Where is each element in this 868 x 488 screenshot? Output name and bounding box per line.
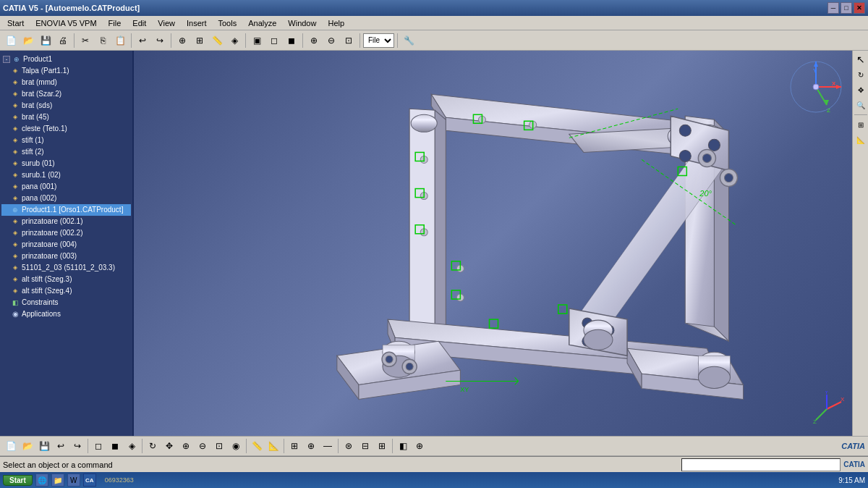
tb-paste[interactable]: 📋 xyxy=(112,33,128,49)
menu-analyze[interactable]: Analyze xyxy=(242,17,282,29)
tree-item-surub02[interactable]: ◈ surub.1 (02) xyxy=(1,169,131,181)
tree-item-brat-szar[interactable]: ◈ brat (Szar.2) xyxy=(1,88,131,100)
menu-view[interactable]: View xyxy=(152,17,181,29)
tree-item-brat-45[interactable]: ◈ brat (45) xyxy=(1,112,131,123)
3d-viewport[interactable]: 20° XY xyxy=(134,51,852,436)
tree-item-brat-mmd[interactable]: ◈ brat (mmd) xyxy=(1,77,131,88)
rt-select[interactable]: ↖ xyxy=(854,52,868,67)
bt-assemble[interactable]: ⊛ xyxy=(341,438,357,454)
tb-wire[interactable]: ◻ xyxy=(266,33,282,49)
bt-section[interactable]: ◧ xyxy=(395,438,411,454)
bt-snap-ln[interactable]: — xyxy=(320,438,336,454)
tree-item-surub01[interactable]: ◈ surub (01) xyxy=(1,158,131,169)
bt-open[interactable]: 📂 xyxy=(20,438,35,454)
bt-move[interactable]: ⊟ xyxy=(357,438,373,454)
tree-item-product1[interactable]: - ⊕ Product1 xyxy=(1,54,131,65)
tree-item-51101[interactable]: ◈ 51101_2_03 (51101_2_03.3) xyxy=(1,262,131,274)
bt-fix[interactable]: ⊞ xyxy=(374,438,390,454)
rt-pan[interactable]: ✥ xyxy=(854,83,868,97)
tree-item-stift2[interactable]: ◈ stift (2) xyxy=(1,146,131,158)
rt-snap[interactable]: ⊞ xyxy=(854,117,868,132)
taskbar-word[interactable]: W xyxy=(67,474,80,487)
bt-zoom-in[interactable]: ⊕ xyxy=(178,438,194,454)
bt-undo[interactable]: ↩ xyxy=(53,438,69,454)
bt-new[interactable]: 📄 xyxy=(3,438,19,454)
menu-enovia[interactable]: ENOVIA V5 VPM xyxy=(30,17,102,29)
sep2 xyxy=(131,33,132,48)
tree-item-applications[interactable]: ◉ Applications xyxy=(1,308,131,320)
tree-item-product11[interactable]: ⊕ Product1.1 [Orso1.CATProduct] xyxy=(1,204,131,216)
tb-print[interactable]: 🖨 xyxy=(55,33,71,49)
taskbar-ie[interactable]: 🌐 xyxy=(35,474,48,487)
tree-item-prinz2[interactable]: ◈ prinzatoare (002.2) xyxy=(1,227,131,239)
tree-item-stift1[interactable]: ◈ stift (1) xyxy=(1,135,131,146)
tb-zoom-in[interactable]: ⊕ xyxy=(306,33,322,49)
bt-snap-pt[interactable]: ⊕ xyxy=(303,438,319,454)
menu-window[interactable]: Window xyxy=(282,17,322,29)
bt-wire[interactable]: ◻ xyxy=(90,438,106,454)
bt-shade[interactable]: ◼ xyxy=(107,438,123,454)
bt-explode[interactable]: ⊕ xyxy=(412,438,427,454)
bt-measure-dist[interactable]: 📏 xyxy=(249,438,265,454)
bt-constraint[interactable]: ⊞ xyxy=(286,438,302,454)
bt-pan[interactable]: ✥ xyxy=(161,438,177,454)
bt-redo[interactable]: ↪ xyxy=(69,438,85,454)
rt-measure[interactable]: 📐 xyxy=(854,132,868,147)
taskbar-catia[interactable]: CA xyxy=(83,474,96,487)
tb-undo[interactable]: ↩ xyxy=(135,33,150,49)
start-button[interactable]: Start xyxy=(3,475,33,486)
tree-item-cleste[interactable]: ◈ cleste (Teto.1) xyxy=(1,123,131,135)
bt-measure-angle[interactable]: 📐 xyxy=(265,438,281,454)
collapse-product1[interactable]: - xyxy=(3,56,10,63)
tree-item-alt-stift4[interactable]: ◈ alt stift (Szeg.4) xyxy=(1,285,131,297)
tree-item-prinz1[interactable]: ◈ prinzatoare (002.1) xyxy=(1,216,131,227)
tb-cut[interactable]: ✂ xyxy=(77,33,93,49)
rt-rotate[interactable]: ↻ xyxy=(854,67,868,82)
bt-edge[interactable]: ◈ xyxy=(124,438,140,454)
bt-rotate[interactable]: ↻ xyxy=(145,438,161,454)
tb-measure[interactable]: 📏 xyxy=(209,33,225,49)
tb-analyze[interactable]: ◈ xyxy=(226,33,242,49)
tree-item-talpa[interactable]: ◈ Talpa (Part1.1) xyxy=(1,65,131,77)
tb-render[interactable]: ▣ xyxy=(249,33,265,49)
tb-open[interactable]: 📂 xyxy=(20,33,36,49)
bt-zoom-out[interactable]: ⊖ xyxy=(195,438,210,454)
minimize-button[interactable]: ─ xyxy=(827,2,839,14)
maximize-button[interactable]: □ xyxy=(841,2,852,14)
rt-zoom[interactable]: 🔍 xyxy=(854,98,868,112)
menu-start[interactable]: Start xyxy=(1,17,30,29)
svg-line-59 xyxy=(515,381,519,384)
tb-save[interactable]: 💾 xyxy=(38,33,54,49)
tree-item-constraints[interactable]: ◧ Constraints xyxy=(1,297,131,308)
tb-compass[interactable]: ⊕ xyxy=(174,33,190,49)
tree-item-alt-stift3[interactable]: ◈ alt stift (Szeg.3) xyxy=(1,274,131,285)
tree-item-prinz4[interactable]: ◈ prinzatoare (003) xyxy=(1,251,131,262)
menu-edit[interactable]: Edit xyxy=(127,17,152,29)
bt-fit-all[interactable]: ⊡ xyxy=(211,438,227,454)
tb-copy[interactable]: ⎘ xyxy=(95,33,111,49)
tb-snap[interactable]: ⊞ xyxy=(192,33,208,49)
tree-item-pana001[interactable]: ◈ pana (001) xyxy=(1,181,131,193)
bt-normal[interactable]: ◉ xyxy=(228,438,244,454)
tree-label: surub.1 (02) xyxy=(22,170,61,180)
close-button[interactable]: ✕ xyxy=(854,2,865,14)
menu-insert[interactable]: Insert xyxy=(181,17,213,29)
file-dropdown[interactable]: File xyxy=(363,33,394,48)
bt-save[interactable]: 💾 xyxy=(36,438,52,454)
status-text: Select an object or a command xyxy=(3,460,681,469)
menu-file[interactable]: File xyxy=(103,17,127,29)
tree-item-prinz3[interactable]: ◈ prinzatoare (004) xyxy=(1,239,131,251)
tb-shade[interactable]: ◼ xyxy=(284,33,299,49)
tree-item-brat-sds[interactable]: ◈ brat (sds) xyxy=(1,100,131,112)
command-input[interactable] xyxy=(681,458,841,471)
menu-tools[interactable]: Tools xyxy=(212,17,242,29)
tb-new[interactable]: 📄 xyxy=(3,33,19,49)
tb-zoom-out[interactable]: ⊖ xyxy=(323,33,339,49)
tb-fit[interactable]: ⊡ xyxy=(341,33,357,49)
part-icon: ◈ xyxy=(10,264,20,272)
tb-extra[interactable]: 🔧 xyxy=(401,33,417,49)
tb-redo[interactable]: ↪ xyxy=(152,33,168,49)
tree-item-pana002[interactable]: ◈ pana (002) xyxy=(1,193,131,204)
taskbar-explorer[interactable]: 📁 xyxy=(51,474,64,487)
menu-help[interactable]: Help xyxy=(322,17,350,29)
